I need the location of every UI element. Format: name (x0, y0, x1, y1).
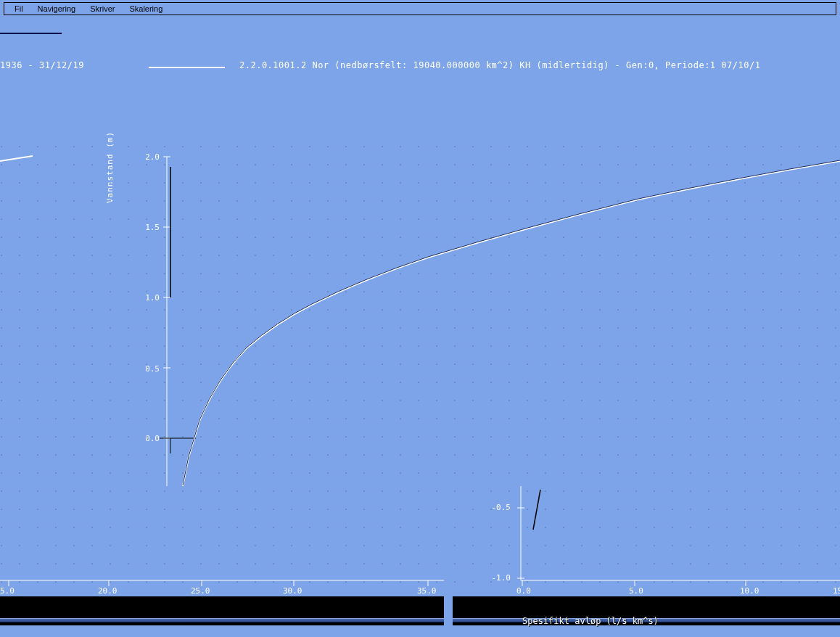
menubar: Fil Navigering Skriver Skalering (4, 2, 836, 15)
x-axis-label-right: Spesifikt avløp (l/s km^s) (522, 616, 659, 626)
legend-line-1 (0, 33, 62, 34)
menu-skalering[interactable]: Skalering (123, 4, 168, 14)
scrollbar-left[interactable] (0, 618, 444, 622)
chart-canvas (0, 145, 840, 637)
series-info-text: 2.2.0.1001.2 Nor (nedbørsfelt: 19040.000… (239, 60, 840, 70)
svg-rect-1 (0, 145, 840, 595)
legend-line-2 (149, 67, 225, 68)
menu-skriver[interactable]: Skriver (84, 4, 120, 14)
date-range-text: 1936 - 31/12/19 (0, 60, 84, 70)
menu-navigering[interactable]: Navigering (32, 4, 82, 14)
menu-fil[interactable]: Fil (9, 4, 29, 14)
